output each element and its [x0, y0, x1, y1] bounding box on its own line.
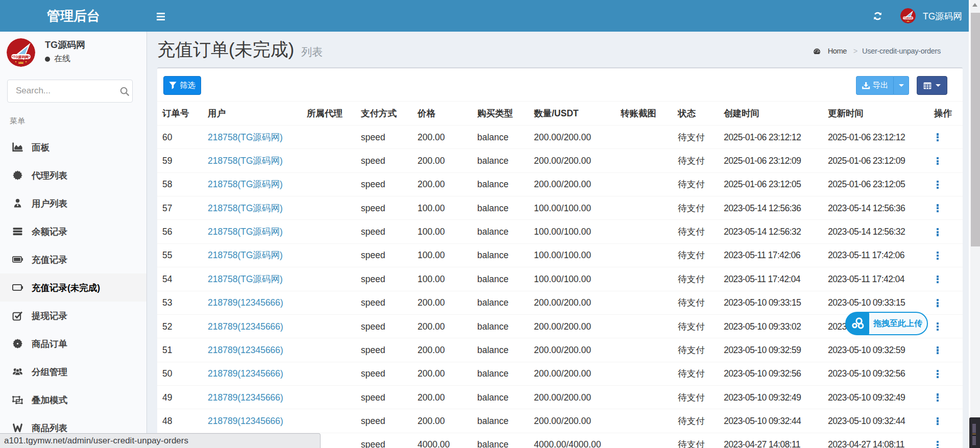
- svg-text:*TG源码网*: *TG源码网*: [903, 17, 913, 19]
- svg-text:*TG源码网*: *TG源码网*: [12, 55, 30, 59]
